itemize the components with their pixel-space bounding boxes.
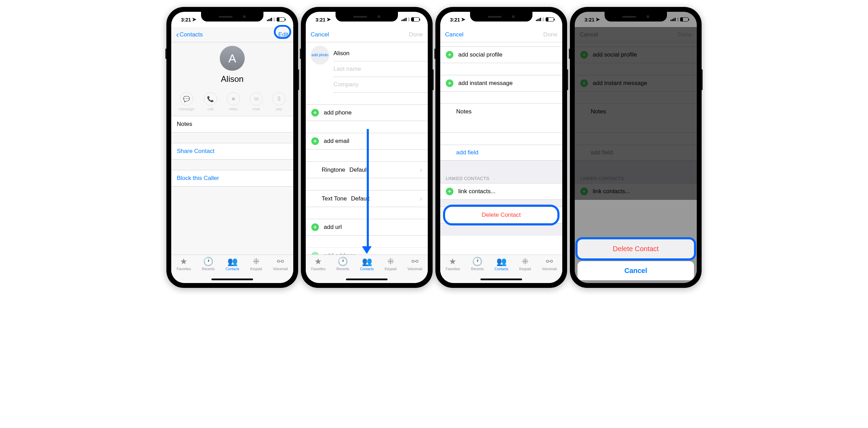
signal-icon [536,18,541,21]
plus-icon: + [311,109,319,117]
annotation-circle-delete [443,205,559,225]
done-button[interactable]: Done [409,31,423,38]
cancel-button[interactable]: Cancel [445,31,463,38]
tab-favorites[interactable]: ★Favorites [446,257,460,283]
annotation-circle-edit [274,25,291,39]
annotation-arrow-head [362,246,372,254]
tab-voicemail[interactable]: ⚯Voicemail [407,257,422,283]
last-name-field[interactable]: Last name [333,61,428,77]
phone-frame-4: 3:21➤ 􀙇 Cancel Done +add social profile … [570,7,702,288]
plus-icon: + [446,188,453,195]
location-icon: ➤ [192,16,197,23]
call-button[interactable]: 📞call [204,92,217,111]
tab-favorites[interactable]: ★Favorites [177,257,191,283]
video-button[interactable]: ■video [227,92,240,111]
navbar: Cancel Done [306,27,428,42]
notch [201,12,263,22]
phone-frame-2: 3:21➤ 􀙇 Cancel Done add photo Alison Las… [301,7,433,288]
plus-icon: + [311,137,319,145]
contacts-icon: 👥 [496,257,507,266]
block-caller-button[interactable]: Block this Caller [171,170,293,187]
notch [470,12,532,22]
voicemail-icon: ⚯ [411,257,418,266]
linked-contacts-header: LINKED CONTACTS [440,173,562,183]
plus-icon: + [311,223,319,231]
home-indicator[interactable] [480,279,522,280]
sheet-cancel-button[interactable]: Cancel [578,261,694,280]
contact-header: A Alison [171,42,293,90]
delete-contact-button[interactable]: Delete Contact [440,207,562,223]
notch [605,12,667,22]
link-contacts-button[interactable]: +link contacts... [440,183,562,200]
signal-icon [401,18,407,21]
home-indicator[interactable] [346,279,388,280]
company-field[interactable]: Company [333,77,428,93]
phone-frame-3: 3:21➤ 􀙇 Cancel Done +add social profile … [435,7,567,288]
plus-icon: + [446,51,453,59]
phone-icon: 📞 [204,92,217,105]
battery-icon [546,17,554,22]
chevron-right-icon: › [420,195,422,203]
contacts-icon: 👥 [362,257,372,266]
notch [336,12,398,22]
pay-icon: $ [272,92,286,105]
mail-icon: ✉ [250,92,263,105]
contacts-icon: 👥 [227,257,238,266]
phone-frame-1: 3:21➤ 􀙇 ‹Contacts Edit A Alison 💬message… [166,7,298,288]
first-name-field[interactable]: Alison [333,46,428,61]
voicemail-icon: ⚯ [277,257,284,266]
message-icon: 💬 [180,92,193,105]
location-icon: ➤ [327,16,331,23]
chevron-right-icon: › [420,166,422,174]
add-im-button[interactable]: +add instant message [440,75,562,92]
chevron-back-icon: ‹ [176,30,179,40]
tab-voicemail[interactable]: ⚯Voicemail [273,257,288,283]
wifi-icon: 􀙇 [274,17,275,22]
navbar: Cancel Done [440,27,562,42]
annotation-arrow [367,129,369,247]
action-sheet: Delete Contact Cancel [578,237,694,280]
star-icon: ★ [314,257,322,266]
battery-icon [277,17,285,22]
pay-button[interactable]: $pay [272,92,286,111]
voicemail-icon: ⚯ [546,257,553,266]
keypad-icon: ⁜ [522,257,529,266]
wifi-icon: 􀙇 [542,17,544,22]
action-buttons-row: 💬message 📞call ■video ✉mail $pay [171,90,293,116]
annotation-circle-sheet [575,237,696,260]
add-phone-button[interactable]: +add phone [306,104,428,121]
video-icon: ■ [227,92,240,105]
add-social-button[interactable]: +add social profile [440,46,562,63]
tab-voicemail[interactable]: ⚯Voicemail [542,257,557,283]
contact-name: Alison [221,74,243,84]
notes-cell[interactable]: Notes [171,116,293,132]
share-contact-button[interactable]: Share Contact [171,143,293,160]
plus-icon: + [311,252,319,255]
clock-icon: 🕐 [472,257,483,266]
avatar[interactable]: A [220,46,245,71]
location-icon: ➤ [461,16,466,23]
mail-button[interactable]: ✉mail [250,92,263,111]
wifi-icon: 􀙇 [408,17,410,22]
add-photo-button[interactable]: add photo [311,46,329,65]
signal-icon [267,18,272,21]
keypad-icon: ⁜ [253,257,260,266]
tab-favorites[interactable]: ★Favorites [311,257,326,283]
notes-field[interactable]: Notes [440,103,562,133]
sheet-delete-button[interactable]: Delete Contact [578,239,694,258]
back-button[interactable]: ‹Contacts [176,30,203,40]
star-icon: ★ [180,257,188,266]
plus-icon: + [446,79,453,87]
keypad-icon: ⁜ [387,257,394,266]
done-button[interactable]: Done [543,31,557,38]
battery-icon [411,17,419,22]
cancel-button[interactable]: Cancel [311,31,329,38]
message-button[interactable]: 💬message [179,92,194,111]
clock-icon: 🕐 [338,257,348,266]
star-icon: ★ [449,257,457,266]
clock-icon: 🕐 [203,257,214,266]
add-field-button[interactable]: add field [440,145,562,161]
home-indicator[interactable] [211,279,253,280]
